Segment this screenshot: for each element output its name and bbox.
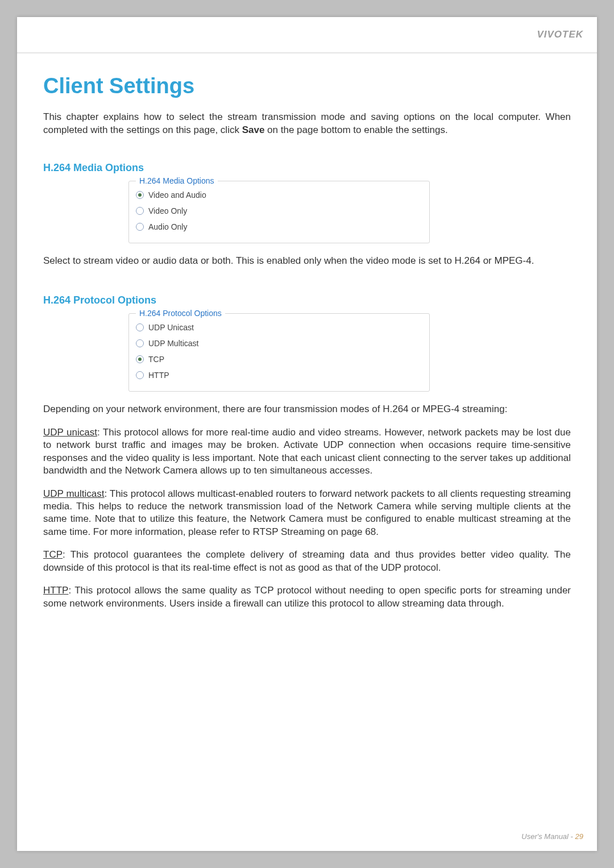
protocol-intro: Depending on your network environment, t… xyxy=(43,403,571,416)
media-section-title: H.264 Media Options xyxy=(43,162,571,174)
page-title: Client Settings xyxy=(43,74,571,98)
protocol-fieldset-wrap: H.264 Protocol Options UDP Unicast UDP M… xyxy=(128,313,571,392)
protocol-option-tcp[interactable]: TCP xyxy=(136,351,419,367)
protocol-name: UDP unicast xyxy=(43,427,97,438)
protocol-desc: : This protocol guarantees the complete … xyxy=(43,549,571,572)
radio-label: Audio Only xyxy=(148,222,187,231)
protocol-option-http[interactable]: HTTP xyxy=(136,367,419,383)
radio-label: Video and Audio xyxy=(148,190,206,200)
protocol-option-udp-multicast[interactable]: UDP Multicast xyxy=(136,335,419,351)
protocol-desc: : This protocol allows for more real-tim… xyxy=(43,427,571,476)
protocol-legend: H.264 Protocol Options xyxy=(136,309,225,318)
media-option-video-only[interactable]: Video Only xyxy=(136,203,419,219)
radio-label: UDP Multicast xyxy=(148,339,198,348)
radio-icon xyxy=(136,355,144,363)
footer-label: User's Manual - xyxy=(521,832,575,841)
media-fieldset: H.264 Media Options Video and Audio Vide… xyxy=(128,181,430,243)
intro-paragraph: This chapter explains how to select the … xyxy=(43,111,571,137)
protocol-name: UDP multicast xyxy=(43,488,105,499)
document-page: VIVOTEK Client Settings This chapter exp… xyxy=(17,17,597,851)
protocol-tcp-desc: TCP: This protocol guarantees the comple… xyxy=(43,549,571,574)
radio-icon xyxy=(136,339,144,347)
protocol-option-udp-unicast[interactable]: UDP Unicast xyxy=(136,319,419,335)
protocol-http-desc: HTTP: This protocol allows the same qual… xyxy=(43,584,571,610)
radio-icon xyxy=(136,191,144,199)
radio-icon xyxy=(136,207,144,215)
protocol-name: HTTP xyxy=(43,585,68,596)
radio-icon xyxy=(136,223,144,231)
radio-label: HTTP xyxy=(148,371,169,380)
radio-label: TCP xyxy=(148,355,164,364)
radio-icon xyxy=(136,371,144,379)
page-header: VIVOTEK xyxy=(17,17,597,53)
protocol-udp-unicast-desc: UDP unicast: This protocol allows for mo… xyxy=(43,426,571,477)
media-option-video-audio[interactable]: Video and Audio xyxy=(136,187,419,203)
page-body: Client Settings This chapter explains ho… xyxy=(17,53,597,610)
media-note: Select to stream video or audio data or … xyxy=(43,255,571,267)
footer-page-number: 29 xyxy=(575,832,583,841)
intro-text-after: on the page bottom to enable the setting… xyxy=(264,124,447,135)
protocol-name: TCP xyxy=(43,549,63,560)
protocol-fieldset: H.264 Protocol Options UDP Unicast UDP M… xyxy=(128,313,430,392)
radio-icon xyxy=(136,323,144,331)
media-fieldset-wrap: H.264 Media Options Video and Audio Vide… xyxy=(128,181,571,243)
media-option-audio-only[interactable]: Audio Only xyxy=(136,219,419,235)
protocol-desc: : This protocol allows the same quality … xyxy=(43,585,571,608)
intro-save-word: Save xyxy=(242,124,265,135)
page-footer: User's Manual - 29 xyxy=(521,832,583,841)
radio-label: UDP Unicast xyxy=(148,323,194,332)
radio-label: Video Only xyxy=(148,206,187,215)
brand-label: VIVOTEK xyxy=(537,29,583,40)
protocol-desc: : This protocol allows multicast-enabled… xyxy=(43,488,571,537)
protocol-udp-multicast-desc: UDP multicast: This protocol allows mult… xyxy=(43,488,571,539)
protocol-section-title: H.264 Protocol Options xyxy=(43,294,571,306)
media-legend: H.264 Media Options xyxy=(136,176,218,185)
